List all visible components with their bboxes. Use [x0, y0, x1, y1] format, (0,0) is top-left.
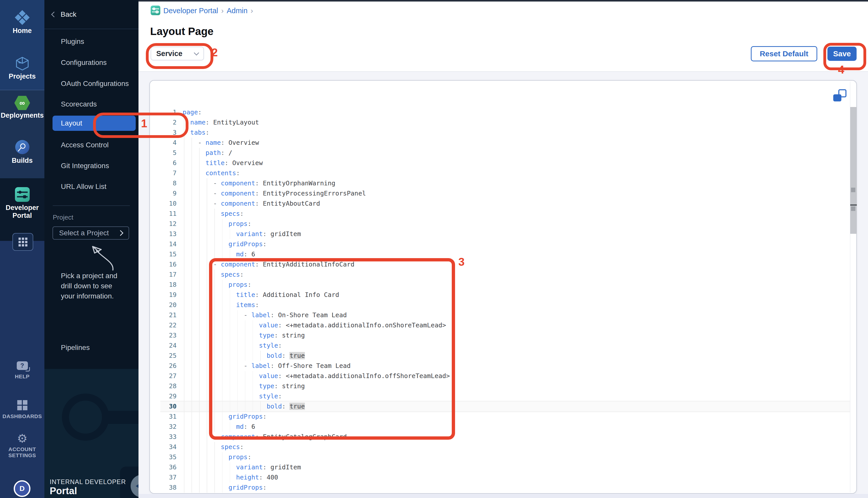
rail-item-label: Home: [0, 27, 44, 35]
circuit-bar-decoration: [106, 411, 139, 424]
breadcrumb-developer-portal[interactable]: Developer Portal: [163, 6, 218, 15]
sidebar-item-access-control[interactable]: Access Control: [61, 140, 108, 150]
yaml-key: component: [221, 433, 255, 441]
sidebar-item-oauth-configurations[interactable]: OAuth Configurations: [61, 79, 129, 89]
reset-default-button[interactable]: Reset Default: [751, 46, 817, 61]
yaml-value: 400: [267, 474, 278, 481]
line-number: 27: [150, 371, 177, 381]
yaml-dash: -: [244, 362, 251, 369]
line-number: 24: [150, 341, 177, 351]
divider: [44, 29, 139, 29]
yaml-key: md: [236, 423, 244, 430]
code-line: props:: [183, 219, 251, 229]
annotation-label-4: 4: [838, 63, 844, 76]
yaml-value: <+metadata.additionalInfo.offShoreTeamLe…: [286, 372, 450, 380]
sidebar-item-layout[interactable]: Layout: [52, 116, 136, 131]
line-number: 1: [150, 107, 177, 117]
yaml-value: string: [282, 382, 305, 390]
yaml-key: component: [221, 180, 255, 187]
code-line: - component: EntityProcessingErrorsPanel: [183, 188, 366, 198]
horizontal-scrollbar-strip[interactable]: [139, 494, 868, 498]
yaml-dash: -: [213, 433, 221, 441]
code-line: gridProps:: [183, 411, 267, 422]
annotation-label-2: 2: [211, 46, 218, 59]
yaml-value: 6: [251, 423, 255, 430]
projects-cube-icon: [15, 56, 30, 71]
select-project-button[interactable]: Select a Project: [52, 226, 129, 240]
yaml-dash: -: [244, 311, 251, 319]
yaml-value: EntityProcessingErrorsPanel: [263, 190, 366, 197]
yaml-value: Overview: [229, 139, 259, 146]
app-root: ❖ Home Projects ∞ Deployments Builds: [0, 0, 868, 498]
rail-item-projects[interactable]: Projects: [0, 56, 44, 80]
breadcrumb-admin[interactable]: Admin: [227, 6, 248, 15]
developer-portal-logo-icon: [151, 5, 160, 15]
sidebar-item-git-integrations[interactable]: Git Integrations: [61, 161, 109, 171]
user-avatar[interactable]: D: [14, 480, 30, 497]
entity-type-select[interactable]: Service: [151, 47, 204, 60]
page-title: Layout Page: [150, 25, 213, 38]
rail-item-label: Deployments: [0, 112, 44, 119]
sidebar-item-url-allow-list[interactable]: URL Allow List: [61, 182, 106, 192]
yaml-key: component: [221, 200, 255, 207]
rail-item-home[interactable]: ❖ Home: [0, 9, 44, 35]
yaml-key: component: [221, 190, 255, 197]
code-line: variant: gridItem: [183, 229, 301, 239]
back-label: Back: [61, 10, 76, 18]
line-number: 28: [150, 381, 177, 391]
gear-icon: ⚙: [0, 433, 44, 444]
rail-item-deployments[interactable]: ∞ Deployments: [0, 96, 44, 119]
yaml-value: string: [282, 332, 305, 339]
rail-item-dashboards[interactable]: DASHBOARDS: [0, 400, 44, 419]
rail-item-label: DASHBOARDS: [0, 413, 44, 419]
entity-type-value: Service: [156, 50, 182, 58]
save-button[interactable]: Save: [827, 47, 857, 61]
yaml-key: contents: [206, 169, 236, 177]
module-picker-button[interactable]: [12, 233, 33, 251]
code-line: specs:: [183, 270, 244, 280]
yaml-value: EntityOrphanWarning: [263, 180, 335, 187]
rail-item-builds[interactable]: Builds: [0, 140, 44, 165]
line-number: 18: [150, 280, 177, 290]
code-line: items:: [183, 300, 259, 310]
rail-item-account-settings[interactable]: ⚙ ACCOUNT SETTINGS: [0, 433, 44, 458]
yaml-key: style: [259, 342, 278, 349]
sidebar-item-configurations[interactable]: Configurations: [61, 57, 107, 68]
code-line: title: Additional Info Card: [183, 290, 339, 300]
line-number: 19: [150, 290, 177, 300]
project-section-label: Project: [53, 213, 73, 221]
vertical-scrollbar-thumb[interactable]: [850, 107, 857, 234]
line-number: 21: [150, 310, 177, 320]
developer-portal-icon: [15, 187, 30, 202]
yaml-dash: -: [213, 180, 221, 187]
yaml-value: Off-Shore Team Lead: [278, 362, 351, 369]
rail-item-label: Developer: [0, 204, 44, 212]
copy-icon[interactable]: [833, 89, 846, 102]
sidebar-item-pipelines[interactable]: Pipelines: [61, 343, 90, 353]
yaml-key: type: [259, 382, 274, 390]
doodle-arrow-icon: [75, 241, 120, 271]
sidebar-item-scorecards[interactable]: Scorecards: [61, 99, 97, 109]
yaml-key: value: [259, 322, 278, 329]
sidebar-item-plugins[interactable]: Plugins: [61, 37, 84, 47]
yaml-key: type: [259, 332, 274, 339]
rail-item-label: Projects: [0, 73, 44, 80]
help-icon: ?: [17, 361, 28, 370]
circuit-ring-decoration: [62, 394, 109, 441]
yaml-key: style: [259, 393, 278, 400]
line-number: 29: [150, 391, 177, 402]
line-number: 37: [150, 472, 177, 483]
breadcrumb-separator: ›: [221, 6, 224, 15]
line-number: 38: [150, 483, 177, 493]
line-number: 16: [150, 259, 177, 270]
yaml-key: name: [206, 139, 221, 146]
code-line: - name: Overview: [183, 138, 259, 148]
line-number: 12: [150, 219, 177, 229]
yaml-key: name: [190, 119, 206, 126]
yaml-key: gridProps: [229, 413, 263, 420]
rail-item-help[interactable]: ? HELP: [0, 361, 44, 380]
code-line: height: 400: [183, 472, 278, 483]
back-button[interactable]: Back: [52, 10, 76, 19]
line-number: 32: [150, 422, 177, 432]
rail-item-developer-portal[interactable]: Developer Portal: [0, 187, 44, 220]
